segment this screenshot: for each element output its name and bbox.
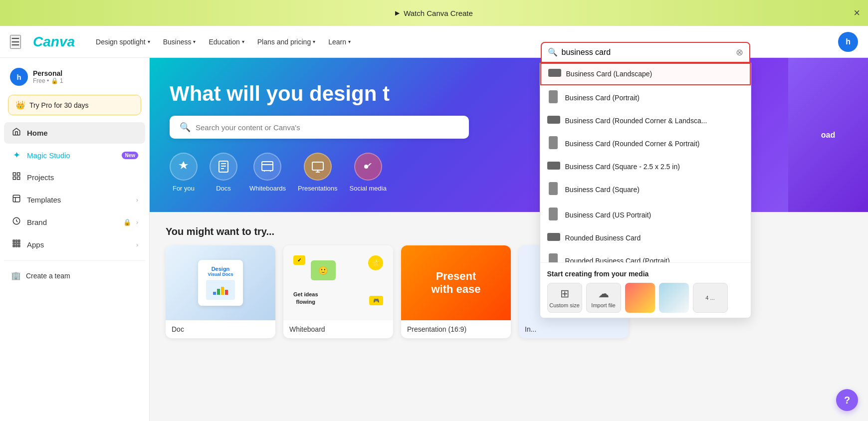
sidebar-user-info: h Personal Free • 🔒 1 <box>4 64 145 90</box>
search-result-item[interactable]: Rounded Business Card (Portrait) <box>540 248 751 262</box>
hero-category-for-you[interactable]: For you <box>170 153 198 192</box>
search-result-item[interactable]: Business Card (Portrait) <box>540 85 751 111</box>
design-card-doc[interactable]: Design Visual Docs Doc <box>166 245 275 338</box>
media-thumbnail-2[interactable] <box>659 283 689 313</box>
search-result-item[interactable]: Business Card (Square) <box>540 177 751 203</box>
svg-rect-21 <box>221 287 224 295</box>
sidebar-item-label: Templates <box>27 196 131 204</box>
nav-learn[interactable]: Learn ▾ <box>323 35 356 49</box>
nav-right: h <box>838 32 858 52</box>
sidebar-user-details: Personal Free • 🔒 1 <box>33 69 63 84</box>
hero-search-input[interactable] <box>196 123 459 132</box>
hero-category-social-media[interactable]: Social media <box>349 153 386 192</box>
svg-rect-0 <box>13 173 15 175</box>
media-items-row: ⊞ Custom size ☁ Import file 4 ... <box>547 283 744 313</box>
presentation-icon <box>304 153 332 181</box>
search-results-list: Business Card (Landscape) Business Card … <box>540 63 751 262</box>
design-card-label: Presentation (16:9) <box>401 320 511 338</box>
hero-category-presentations[interactable]: Presentations <box>298 153 338 192</box>
sidebar-item-templates[interactable]: Templates › <box>4 189 145 210</box>
portrait-icon <box>547 253 559 262</box>
search-icon: 🔍 <box>180 122 191 133</box>
search-result-item[interactable]: Business Card (Square - 2.5 x 2.5 in) <box>540 157 751 177</box>
social-media-icon <box>354 153 382 181</box>
design-card-label: Doc <box>166 320 275 338</box>
try-pro-button[interactable]: 👑 Try Pro for 30 days <box>8 95 141 115</box>
svg-rect-7 <box>16 240 17 241</box>
team-icon: 🏢 <box>11 271 21 280</box>
hero-category-label: For you <box>173 185 195 192</box>
hero-section: What will you design t 🔍 For you <box>150 58 868 212</box>
top-bar-close-button[interactable]: × <box>854 6 860 19</box>
nav-plans-pricing[interactable]: Plans and pricing ▾ <box>252 35 320 49</box>
hero-category-docs[interactable]: Docs <box>210 153 237 192</box>
svg-rect-16 <box>262 162 273 171</box>
help-button[interactable]: ? <box>836 389 858 411</box>
media-thumbnail-1[interactable] <box>625 283 655 313</box>
svg-rect-19 <box>213 292 216 295</box>
search-result-item[interactable]: Business Card (US Portrait) <box>540 203 751 228</box>
sidebar-item-magic-studio[interactable]: ✦ Magic Studio New <box>4 145 145 166</box>
search-bar[interactable]: 🔍 ⊗ <box>541 42 750 63</box>
search-result-item[interactable]: Business Card (Rounded Corner & Landsca.… <box>540 111 751 131</box>
search-results-dropdown: Business Card (Landscape) Business Card … <box>540 63 751 318</box>
for-you-icon <box>170 153 198 181</box>
svg-rect-4 <box>13 195 20 202</box>
search-result-item[interactable]: Business Card (Landscape) <box>540 63 751 85</box>
top-bar: ▶ Watch Canva Create × <box>0 0 868 26</box>
create-team-button[interactable]: 🏢 Create a team <box>4 266 145 285</box>
sidebar-user-sub: Free • 🔒 1 <box>33 77 63 84</box>
svg-rect-12 <box>13 245 14 247</box>
design-card-doc-img: Design Visual Docs <box>166 245 275 320</box>
svg-rect-10 <box>16 243 17 244</box>
hamburger-button[interactable]: ☰ <box>10 35 21 49</box>
nav-education[interactable]: Education ▾ <box>204 35 249 49</box>
user-avatar[interactable]: h <box>838 32 858 52</box>
landscape-icon <box>547 233 559 243</box>
svg-point-18 <box>364 165 368 169</box>
media-section: Start creating from your media ⊞ Custom … <box>540 262 751 318</box>
sidebar-item-projects[interactable]: Projects <box>4 167 145 188</box>
hero-category-label: Presentations <box>298 185 338 192</box>
search-clear-button[interactable]: ⊗ <box>736 47 743 58</box>
landscape-icon <box>548 69 560 79</box>
custom-size-icon: ⊞ <box>560 287 569 300</box>
hero-category-label: Docs <box>216 185 231 192</box>
svg-rect-22 <box>225 290 228 295</box>
sidebar-item-brand[interactable]: Brand 🔒 › <box>4 211 145 233</box>
portrait-icon <box>547 90 559 106</box>
hero-category-label: Whiteboards <box>249 185 286 192</box>
design-card-whiteboard[interactable]: ✓ 🙂 ⭐ Get ideasflowing 🎮 Whiteboard <box>283 245 393 338</box>
custom-size-button[interactable]: ⊞ Custom size <box>547 283 582 313</box>
nav-business[interactable]: Business ▾ <box>158 35 201 49</box>
svg-rect-1 <box>17 173 20 175</box>
chevron-down-icon: ▾ <box>148 39 150 44</box>
purple-banner: oad <box>788 58 868 212</box>
canva-logo[interactable]: Canva <box>33 34 75 50</box>
hero-category-whiteboards[interactable]: Whiteboards <box>249 153 286 192</box>
brand-icon <box>11 216 22 228</box>
hero-category-label: Social media <box>349 185 386 192</box>
svg-rect-14 <box>18 245 20 247</box>
svg-rect-8 <box>18 240 20 241</box>
design-card-presentation[interactable]: Presentwith ease Presentation (16:9) <box>401 245 511 338</box>
sidebar-item-label: Apps <box>27 240 131 249</box>
search-result-item[interactable]: Rounded Business Card <box>540 228 751 248</box>
chevron-down-icon: ▾ <box>348 39 351 44</box>
design-card-label: In... <box>519 320 629 338</box>
sidebar-item-home[interactable]: Home <box>4 122 145 144</box>
import-file-button[interactable]: ☁ Import file <box>586 283 621 313</box>
svg-rect-2 <box>13 177 15 180</box>
nav-design-spotlight[interactable]: Design spotlight ▾ <box>91 35 155 49</box>
more-media-button[interactable]: 4 ... <box>693 283 728 313</box>
sidebar-item-apps[interactable]: Apps › <box>4 234 145 255</box>
projects-icon <box>11 172 22 183</box>
hero-search-bar[interactable]: 🔍 <box>170 116 469 139</box>
search-icon: 🔍 <box>548 47 558 57</box>
search-input[interactable] <box>562 48 732 57</box>
search-result-item[interactable]: Business Card (Rounded Corner & Portrait… <box>540 131 751 157</box>
magic-icon: ✦ <box>11 150 22 161</box>
chevron-down-icon: ▾ <box>313 39 315 44</box>
sidebar-item-label: Home <box>27 129 138 137</box>
sidebar-item-label: Magic Studio <box>27 151 117 160</box>
